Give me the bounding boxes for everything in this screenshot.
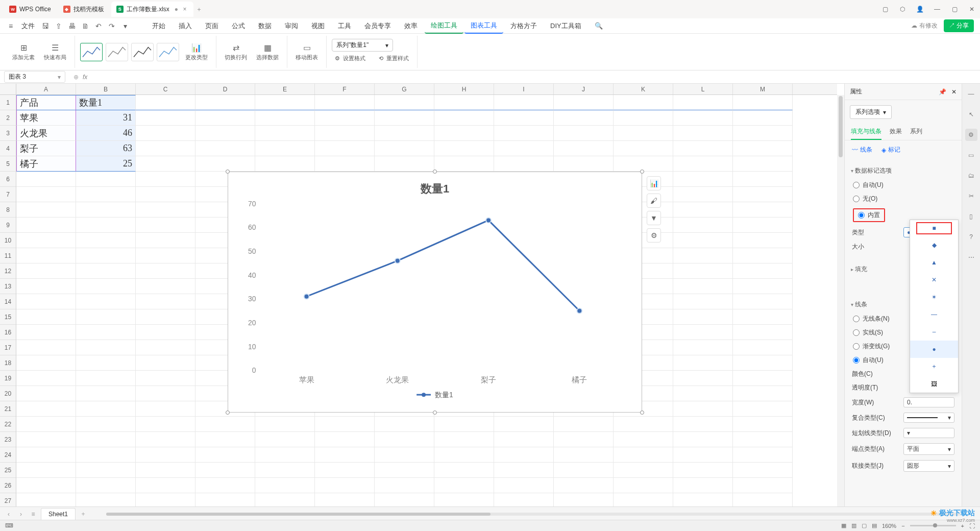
cell[interactable] <box>315 141 375 156</box>
cell[interactable] <box>614 463 673 478</box>
cell[interactable] <box>494 417 554 432</box>
menu-fanggezi[interactable]: 方格方子 <box>504 19 543 33</box>
cell[interactable] <box>76 218 136 233</box>
file-menu[interactable]: 文件 <box>18 20 38 32</box>
cell[interactable] <box>434 110 494 126</box>
cell[interactable] <box>136 447 195 463</box>
zoom-slider[interactable] <box>910 525 956 526</box>
cell[interactable]: 苹果 <box>16 110 76 126</box>
cell[interactable] <box>614 156 673 172</box>
cell[interactable] <box>195 417 255 432</box>
col-header[interactable]: K <box>614 84 673 94</box>
menu-data[interactable]: 数据 <box>252 19 278 33</box>
cell[interactable] <box>136 417 195 432</box>
cell[interactable] <box>733 110 793 126</box>
vertical-scrollbar[interactable] <box>837 95 844 506</box>
user-avatar[interactable]: 👤 <box>916 5 924 13</box>
col-header[interactable]: H <box>434 84 494 94</box>
menu-review[interactable]: 审阅 <box>279 19 304 33</box>
cell[interactable] <box>315 478 375 493</box>
cell[interactable] <box>16 355 76 371</box>
col-header[interactable]: E <box>255 84 315 94</box>
marker-options-section[interactable]: 数据标记选项 <box>851 163 955 178</box>
share-button[interactable]: ↗ 分享 <box>944 19 974 32</box>
row-header[interactable]: 9 <box>0 218 16 233</box>
cancel-fx-icon[interactable]: ⊕ <box>74 74 79 81</box>
cell[interactable] <box>136 493 195 506</box>
marker-x[interactable]: ✕ <box>910 271 958 288</box>
cell[interactable] <box>16 309 76 325</box>
cell[interactable] <box>375 126 434 141</box>
dock-icon[interactable]: ▢ <box>881 5 889 13</box>
cell[interactable] <box>195 478 255 493</box>
col-header[interactable]: D <box>195 84 255 94</box>
cell[interactable] <box>434 417 494 432</box>
cell[interactable] <box>614 110 673 126</box>
cell[interactable] <box>136 202 195 218</box>
cell[interactable] <box>673 294 733 309</box>
menu-tools[interactable]: 工具 <box>332 19 357 33</box>
cell[interactable] <box>434 432 494 447</box>
row-header[interactable]: 2 <box>0 110 16 126</box>
series-selector[interactable]: 系列"数量1"▾ <box>332 39 393 52</box>
menu-start[interactable]: 开始 <box>146 19 172 33</box>
cell[interactable] <box>673 110 733 126</box>
cell[interactable] <box>16 386 76 401</box>
spreadsheet-grid[interactable]: ABCDEFGHIJKLM 12345678910111213141516171… <box>0 84 844 506</box>
cell[interactable] <box>375 110 434 126</box>
cell[interactable] <box>673 279 733 294</box>
col-header[interactable]: M <box>733 84 793 94</box>
cell[interactable] <box>16 294 76 309</box>
tab-workbook[interactable]: S工作簿数量.xlsx●× <box>111 2 193 17</box>
cell[interactable] <box>315 126 375 141</box>
cell[interactable] <box>494 463 554 478</box>
cell[interactable] <box>76 309 136 325</box>
cell[interactable] <box>614 432 673 447</box>
cell[interactable] <box>76 355 136 371</box>
cell[interactable] <box>375 141 434 156</box>
row-header[interactable]: 4 <box>0 141 16 156</box>
row-header[interactable]: 7 <box>0 187 16 202</box>
cell[interactable] <box>375 478 434 493</box>
cell[interactable] <box>76 478 136 493</box>
cell[interactable] <box>375 95 434 110</box>
cell[interactable] <box>76 172 136 187</box>
cell[interactable] <box>255 447 315 463</box>
cell[interactable] <box>673 325 733 340</box>
cell[interactable] <box>315 447 375 463</box>
save-icon[interactable]: 🖫 <box>40 20 51 32</box>
reset-style-button[interactable]: ⟲重置样式 <box>376 54 412 63</box>
cell[interactable] <box>255 141 315 156</box>
cell[interactable] <box>733 340 793 355</box>
col-header[interactable]: A <box>16 84 76 94</box>
row-header[interactable]: 13 <box>0 279 16 294</box>
cell[interactable] <box>136 233 195 248</box>
marker-builtin-radio[interactable]: 内置 <box>853 208 885 222</box>
cell[interactable] <box>76 417 136 432</box>
view-page-icon[interactable]: ▥ <box>851 522 856 529</box>
cell[interactable] <box>16 248 76 263</box>
cell[interactable] <box>136 141 195 156</box>
cell[interactable] <box>16 279 76 294</box>
cell[interactable] <box>494 110 554 126</box>
help-icon[interactable]: ? <box>965 231 977 243</box>
cell[interactable] <box>673 417 733 432</box>
cell[interactable] <box>554 110 614 126</box>
cell[interactable] <box>76 371 136 386</box>
menu-chart-tools[interactable]: 图表工具 <box>464 18 503 34</box>
cell[interactable] <box>315 95 375 110</box>
cell[interactable] <box>16 202 76 218</box>
row-header[interactable]: 21 <box>0 401 16 417</box>
cell[interactable] <box>76 279 136 294</box>
cell[interactable] <box>136 371 195 386</box>
move-chart-button[interactable]: ▭移动图表 <box>292 40 321 63</box>
sheet-nav-next[interactable]: › <box>16 511 26 518</box>
cell[interactable] <box>255 95 315 110</box>
cell[interactable] <box>554 156 614 172</box>
cell[interactable] <box>136 355 195 371</box>
cell[interactable] <box>673 493 733 506</box>
cell[interactable] <box>733 156 793 172</box>
cell[interactable] <box>136 248 195 263</box>
cell[interactable] <box>255 156 315 172</box>
cell[interactable] <box>494 95 554 110</box>
